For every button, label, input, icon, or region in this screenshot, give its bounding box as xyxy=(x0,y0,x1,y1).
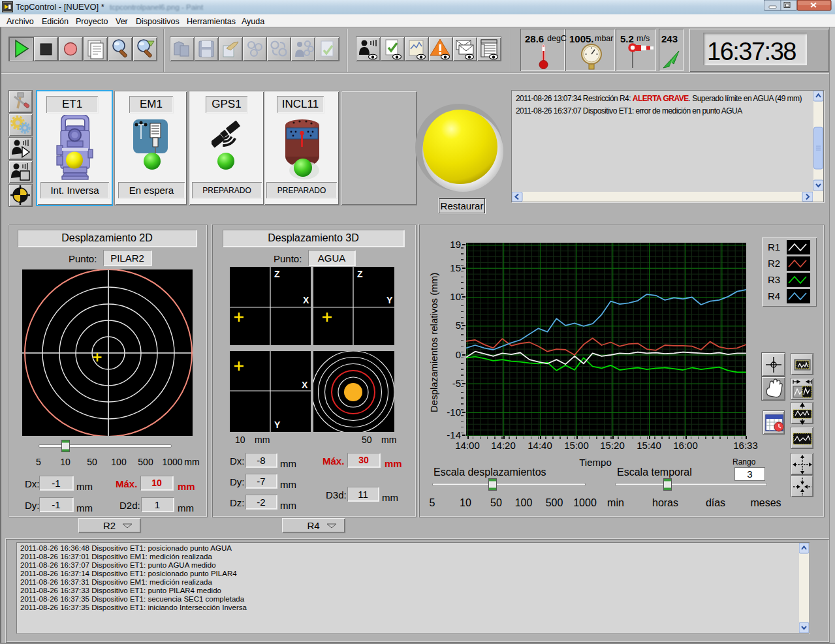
svg-text:Y: Y xyxy=(386,295,393,305)
svg-text:Z: Z xyxy=(274,269,280,279)
svg-text:X: X xyxy=(303,295,309,305)
svg-text:X: X xyxy=(302,380,308,390)
svg-text:Z: Z xyxy=(357,269,363,279)
svg-text:Y: Y xyxy=(274,420,281,430)
